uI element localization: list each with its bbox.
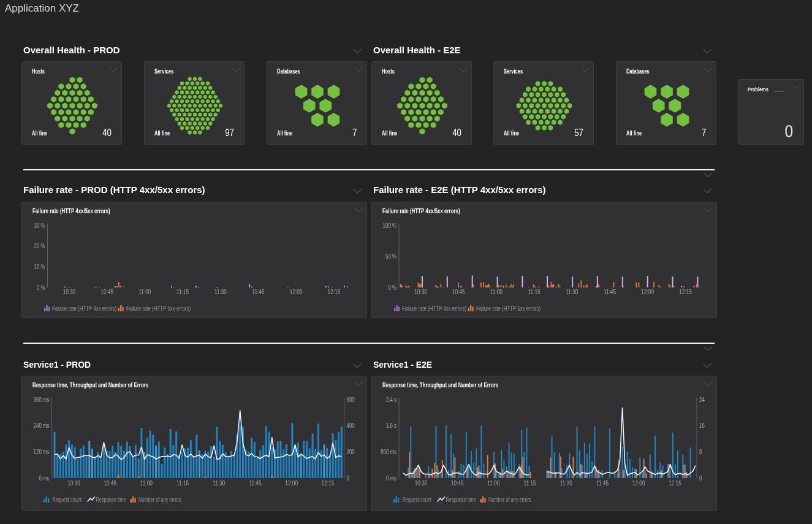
svg-text:11:45: 11:45 bbox=[604, 289, 616, 295]
svg-text:11:30: 11:30 bbox=[214, 289, 227, 295]
svg-text:1.6 s: 1.6 s bbox=[386, 422, 397, 429]
svg-text:12:15: 12:15 bbox=[328, 289, 341, 295]
svg-text:10:45: 10:45 bbox=[452, 289, 465, 295]
svg-text:0 %: 0 % bbox=[37, 284, 45, 291]
svg-text:20 %: 20 % bbox=[34, 243, 45, 249]
svg-text:11:15: 11:15 bbox=[524, 480, 536, 487]
svg-text:12:00: 12:00 bbox=[285, 480, 298, 487]
svg-text:8: 8 bbox=[699, 449, 702, 455]
svg-text:2.4 s: 2.4 s bbox=[386, 397, 397, 403]
svg-text:50 %: 50 % bbox=[385, 253, 397, 260]
svg-text:600: 600 bbox=[347, 397, 355, 403]
svg-text:Failure rate (HTTP 4xx errors): Failure rate (HTTP 4xx errors) bbox=[402, 305, 466, 312]
svg-text:12:00: 12:00 bbox=[290, 289, 303, 295]
svg-text:11:30: 11:30 bbox=[560, 480, 572, 487]
svg-text:12:15: 12:15 bbox=[669, 480, 681, 487]
svg-text:11:30: 11:30 bbox=[566, 289, 578, 295]
svg-text:11:00: 11:00 bbox=[490, 289, 503, 295]
svg-text:11:45: 11:45 bbox=[596, 480, 609, 487]
svg-text:0 ms: 0 ms bbox=[386, 475, 397, 482]
svg-text:11:00: 11:00 bbox=[487, 480, 499, 487]
svg-text:10 %: 10 % bbox=[34, 264, 45, 270]
svg-text:0 %: 0 % bbox=[388, 284, 397, 291]
svg-text:10:30: 10:30 bbox=[415, 480, 428, 487]
svg-text:10:30: 10:30 bbox=[63, 289, 76, 295]
svg-text:Response time: Response time bbox=[96, 496, 126, 503]
svg-text:Number of any errors: Number of any errors bbox=[138, 496, 181, 503]
svg-text:30 %: 30 % bbox=[34, 222, 45, 229]
svg-text:24: 24 bbox=[699, 397, 705, 403]
svg-text:Number of any errors: Number of any errors bbox=[488, 496, 531, 503]
svg-text:100 %: 100 % bbox=[383, 222, 397, 229]
svg-text:200: 200 bbox=[347, 449, 355, 455]
svg-text:11:45: 11:45 bbox=[252, 289, 264, 295]
svg-text:Response time: Response time bbox=[446, 496, 476, 503]
svg-text:Failure rate (HTTP 5xx errors): Failure rate (HTTP 5xx errors) bbox=[476, 305, 541, 312]
svg-text:11:45: 11:45 bbox=[249, 480, 261, 487]
svg-text:11:15: 11:15 bbox=[176, 480, 189, 487]
svg-text:10:45: 10:45 bbox=[104, 480, 116, 487]
svg-text:Failure rate (HTTP 5xx errors): Failure rate (HTTP 5xx errors) bbox=[126, 305, 191, 312]
svg-text:10:30: 10:30 bbox=[414, 289, 427, 295]
svg-text:Request count: Request count bbox=[402, 496, 431, 503]
svg-text:11:30: 11:30 bbox=[213, 480, 225, 487]
svg-text:11:15: 11:15 bbox=[528, 289, 541, 295]
svg-text:10:30: 10:30 bbox=[67, 480, 80, 487]
svg-text:Failure rate (HTTP 4xx errors): Failure rate (HTTP 4xx errors) bbox=[52, 305, 116, 312]
svg-text:11:15: 11:15 bbox=[176, 289, 189, 295]
svg-text:240 ms: 240 ms bbox=[34, 422, 50, 429]
svg-text:12:15: 12:15 bbox=[679, 289, 692, 295]
svg-text:0: 0 bbox=[347, 475, 349, 482]
svg-text:11:00: 11:00 bbox=[140, 480, 153, 487]
svg-text:360 ms: 360 ms bbox=[34, 397, 50, 403]
svg-text:10:45: 10:45 bbox=[451, 480, 464, 487]
svg-text:12:15: 12:15 bbox=[322, 480, 335, 487]
svg-text:11:00: 11:00 bbox=[138, 289, 151, 295]
svg-text:12:00: 12:00 bbox=[632, 480, 645, 487]
svg-text:400: 400 bbox=[347, 422, 355, 429]
svg-text:16: 16 bbox=[699, 422, 705, 429]
svg-text:10:45: 10:45 bbox=[101, 289, 113, 295]
svg-text:0: 0 bbox=[699, 475, 702, 482]
svg-text:12:00: 12:00 bbox=[641, 289, 654, 295]
svg-text:0 ms: 0 ms bbox=[39, 475, 50, 482]
svg-text:Request count: Request count bbox=[52, 496, 82, 503]
svg-text:120 ms: 120 ms bbox=[34, 449, 50, 455]
svg-text:800 ms: 800 ms bbox=[381, 449, 397, 455]
